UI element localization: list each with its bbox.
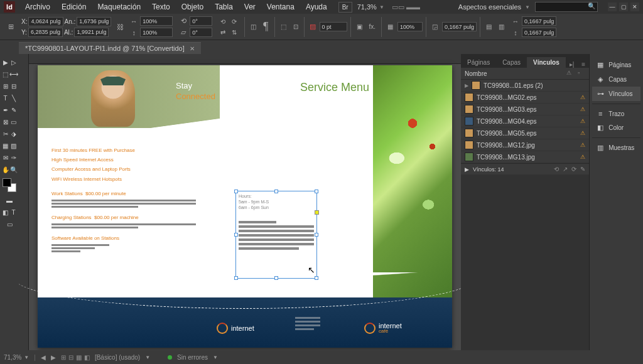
text-thread-anchor[interactable] [315,210,319,215]
document-page[interactable]: StayConnected First 30 minutes FREE with… [38,65,452,348]
gradient-swatch-tool[interactable]: ▦ [1,140,9,152]
menu-maquetacion[interactable]: Maquetación [92,1,146,13]
resize-handle[interactable] [234,233,238,237]
rotation-field[interactable]: 0° [190,16,212,26]
close-icon[interactable]: ✕ [190,45,195,52]
tab-capas[interactable]: Capas [496,57,527,68]
gap-w-field[interactable]: 0,1667 pulg [522,16,556,26]
corner-options-button[interactable]: ◲ [430,22,440,31]
preflight-errors[interactable]: Sin errores [177,354,208,361]
gap-tool[interactable]: ⟷ [9,68,18,80]
bridge-button[interactable]: Br [338,2,352,13]
status-icons[interactable]: ⊞⊟▦◧ [61,354,90,361]
close-button[interactable]: ✕ [630,3,639,11]
content-placer-tool[interactable]: ⊟ [9,80,18,92]
rectangle-frame-tool[interactable]: ⊠ [1,116,9,128]
rail-muestras[interactable]: ▥Muestras [592,141,640,155]
x-position-field[interactable]: 4,0624 pulg [28,17,63,26]
chevron-down-icon[interactable]: ▼ [379,4,384,10]
warning-column-icon[interactable]: ⚠ [566,70,574,77]
format-text-button[interactable]: T [9,206,18,218]
canvas[interactable]: StayConnected First 30 minutes FREE with… [19,54,461,350]
expand-icon[interactable]: ▶ [465,166,469,173]
document-tab[interactable]: *TC9990801-LAYOUT-PI1.indd @ 71% [Conver… [19,42,201,54]
horizontal-ruler[interactable] [29,54,461,64]
gradient-feather-tool[interactable]: ▨ [9,140,18,152]
page-nav-next[interactable]: ▶ [51,354,56,361]
status-zoom[interactable]: 71,3%▼ [4,354,29,361]
footer-menu-bars[interactable] [295,315,320,332]
salad-photo[interactable] [373,65,452,297]
scale-y-field[interactable]: 100% [140,28,173,37]
rail-vinculos[interactable]: ⊶Vínculos [592,87,640,101]
apply-color-button[interactable]: ▬ [1,195,18,206]
stroke-none-icon[interactable]: ▨ [308,22,318,32]
workspace-selector[interactable]: Aspectos esenciales▼ [458,3,530,11]
resize-handle[interactable] [274,276,278,280]
resize-handle[interactable] [315,276,318,280]
link-item[interactable]: TC99908...MG02.eps⚠ [461,92,589,104]
link-item[interactable]: TC99908...MG12.jpg⚠ [461,139,589,151]
reference-point-icon[interactable]: ⊞ [6,22,16,32]
gap-h-field[interactable]: 0,1667 pulg [522,28,556,37]
app-logo[interactable]: Id [4,1,15,13]
fill-stroke-swatch[interactable] [3,178,16,192]
vertical-ruler[interactable] [19,54,29,350]
view-mode-icons[interactable]: ▭▭ ▬▬ [392,3,420,11]
resize-handle[interactable] [274,190,278,193]
content-collector-tool[interactable]: ⊞ [1,80,9,92]
link-item[interactable]: TC99908...MG04.eps⚠ [461,115,589,127]
logo-internet-left[interactable]: internet [217,323,254,334]
link-item[interactable]: TC99908...MG03.eps⚠ [461,104,589,115]
resize-handle[interactable] [315,190,318,193]
distribute-button[interactable]: ▥ [496,22,507,31]
shear-field[interactable]: 0° [190,28,212,37]
hand-tool[interactable]: ✋ [1,164,9,176]
tab-vinculos[interactable]: Vínculos [527,57,566,68]
hero-text[interactable]: StayConnected [176,81,215,102]
menu-ver[interactable]: Ver [239,1,261,13]
align-button[interactable]: ▤ [484,22,494,31]
resize-handle[interactable] [315,233,318,237]
pen-tool[interactable]: ✒ [1,104,9,116]
minimize-button[interactable]: — [608,3,617,11]
page-column-icon[interactable]: ▫ [578,70,585,77]
menu-archivo[interactable]: Archivo [20,1,55,13]
corner-w-field[interactable]: 0,1667 pulg [442,22,477,31]
preflight-profile[interactable]: [Básico] (usado) [95,354,140,361]
y-position-field[interactable]: 6,2835 pulg [28,28,63,37]
menu-edicion[interactable]: Edición [57,1,91,13]
scale-x-field[interactable]: 100% [140,16,173,26]
scissors-tool[interactable]: ✂ [1,128,9,140]
note-tool[interactable]: ✉ [1,152,9,164]
menu-tabla[interactable]: Tabla [210,1,238,13]
flip-h-button[interactable]: ⇄ [218,28,228,37]
column-header-name[interactable]: Nombre [465,70,487,77]
line-tool[interactable]: ╲ [9,92,18,104]
search-input[interactable]: 🔍 [535,2,598,12]
paragraph-icon[interactable]: ¶ [261,19,271,35]
free-transform-tool[interactable]: ⬗ [9,128,18,140]
format-container-button[interactable]: ◧ [1,206,9,218]
menu-texto[interactable]: Texto [147,1,175,13]
content-fit-button[interactable]: ◫ [248,22,259,31]
page-tool[interactable]: ⬚ [1,68,9,80]
link-item[interactable]: TC99908...MG05.eps⚠ [461,127,589,139]
constrain-icon[interactable]: ⛓ [115,22,125,32]
resize-handle[interactable] [234,190,238,193]
selection-tool[interactable]: ▶ [1,56,9,68]
rotate-cw-button[interactable]: ⟳ [229,17,239,26]
stroke-weight-field[interactable]: 0 pt [320,22,347,31]
select-content-button[interactable]: ⊡ [291,22,301,31]
selected-text-frame[interactable]: Hours:5am - 9pm M-S6am - 6pm Sun [235,191,317,279]
goto-link-button[interactable]: ↗ [563,166,568,173]
text-wrap-button[interactable]: ▦ [385,22,396,31]
rail-trazo[interactable]: ≡Trazo [592,107,640,120]
rotate-ccw-button[interactable]: ⟲ [218,17,228,26]
expand-icon[interactable]: ▶ [465,83,468,88]
effects-button[interactable]: fx. [367,22,379,31]
width-field[interactable]: 1,6736 pulg [77,17,111,26]
edit-original-button[interactable]: ✎ [580,166,585,173]
panel-collapse-button[interactable]: ▸| [566,61,578,68]
rail-capas[interactable]: ◈Capas [592,72,640,87]
